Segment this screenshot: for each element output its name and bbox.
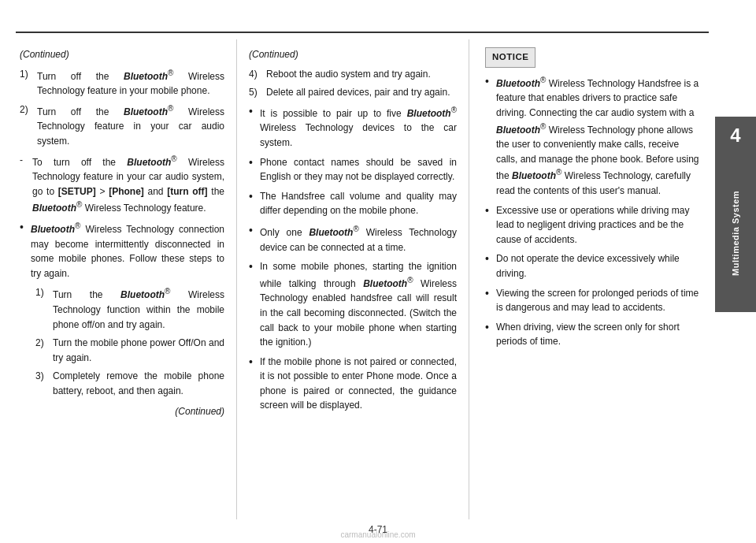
middle-bullet-symbol-3: • (249, 189, 257, 203)
middle-column: (Continued) 4) Reboot the audio system a… (236, 39, 469, 519)
middle-bullet-3: • The Handsfree call volume and quality … (249, 189, 457, 218)
right-bullet-text-4: Viewing the screen for prolonged periods… (496, 286, 701, 315)
right-bullet-text-1: Bluetooth® Wireless Technology Handsfree… (496, 74, 701, 199)
right-column: NOTICE • Bluetooth® Wireless Technology … (469, 39, 709, 519)
left-item-2: 2) Turn off the Bluetooth® Wireless Tech… (20, 102, 224, 149)
notice-content: • Bluetooth® Wireless Technology Handsfr… (485, 74, 701, 349)
left-indented-group: 1) Turn the Bluetooth® Wireless Technolo… (20, 285, 224, 398)
right-bullet-symbol-1: • (485, 74, 493, 88)
right-bullet-text-2: Excessive use or operations while drivin… (496, 203, 701, 247)
middle-text-4: Reboot the audio system and try again. (266, 67, 457, 82)
middle-bullet-symbol-2: • (249, 155, 257, 169)
middle-bullet-text-5: In some mobile phones, starting the igni… (260, 259, 457, 350)
middle-bullet-5: • In some mobile phones, starting the ig… (249, 259, 457, 350)
right-bullet-4: • Viewing the screen for prolonged perio… (485, 286, 701, 315)
left-sub-text-3: Completely remove the mobile phone batte… (53, 369, 224, 398)
middle-num-5: 5) (249, 85, 263, 100)
right-bullet-5: • When driving, view the screen only for… (485, 320, 701, 349)
middle-bullet-text-3: The Handsfree call volume and quality ma… (260, 189, 457, 218)
left-continued: (Continued) (20, 47, 224, 62)
middle-bullet-1: • It is possible to pair up to five Blue… (249, 104, 457, 151)
left-sub-num-1: 1) (35, 285, 50, 332)
left-text-1: Turn off the Bluetooth® Wireless Technol… (37, 67, 224, 99)
main-container: (Continued) 1) Turn off the Bluetooth® W… (16, 39, 709, 519)
middle-item-4: 4) Reboot the audio system and try again… (249, 67, 457, 82)
left-item-1: 1) Turn off the Bluetooth® Wireless Tech… (20, 67, 224, 99)
middle-bullet-text-1: It is possible to pair up to five Blueto… (260, 104, 457, 151)
middle-bullet-symbol-1: • (249, 104, 257, 118)
left-sub-text-2: Turn the mobile phone power Off/On and t… (53, 336, 224, 365)
right-bullet-text-5: When driving, view the screen only for s… (496, 320, 701, 349)
middle-bullet-symbol-5: • (249, 259, 257, 273)
middle-text-5: Delete all paired devices, pair and try … (266, 85, 457, 100)
left-bullet-symbol-1: • (20, 220, 28, 234)
left-sub-text-1: Turn the Bluetooth® Wireless Technology … (53, 285, 224, 332)
side-tab-label: Multimedia System (715, 154, 756, 312)
middle-continued: (Continued) (249, 47, 457, 62)
left-sub-item-3: 3) Completely remove the mobile phone ba… (35, 369, 224, 398)
notice-box: NOTICE (485, 47, 536, 68)
left-bullet-text-1: Bluetooth® Wireless Technology connectio… (31, 220, 224, 281)
left-sub-item-2: 2) Turn the mobile phone power Off/On an… (35, 336, 224, 365)
top-border (16, 32, 709, 33)
middle-bullet-symbol-6: • (249, 355, 257, 369)
left-dash: - (20, 153, 29, 216)
left-sub-num-3: 3) (35, 369, 50, 398)
right-bullet-symbol-2: • (485, 203, 493, 218)
right-bullet-text-3: Do not operate the device excessively wh… (496, 251, 701, 281)
tab-number: 4 (715, 117, 756, 154)
left-num-2: 2) (20, 102, 34, 149)
middle-bullet-6: • If the mobile phone is not paired or c… (249, 355, 457, 413)
middle-item-5: 5) Delete all paired devices, pair and t… (249, 85, 457, 100)
left-num-1: 1) (20, 67, 34, 99)
right-bullet-symbol-5: • (485, 320, 493, 334)
right-bullet-symbol-3: • (485, 251, 493, 266)
middle-bullet-text-2: Phone contact names should be saved in E… (260, 155, 457, 184)
middle-bullet-2: • Phone contact names should be saved in… (249, 155, 457, 184)
middle-bullet-symbol-4: • (249, 223, 257, 237)
notice-label: NOTICE (492, 52, 528, 61)
side-tab-text: Multimedia System (731, 191, 740, 276)
left-bottom-continued: (Continued) (20, 404, 224, 419)
middle-bullet-text-4: Only one Bluetooth® Wireless Technology … (260, 223, 457, 255)
right-bullet-1: • Bluetooth® Wireless Technology Handsfr… (485, 74, 701, 199)
right-bullet-2: • Excessive use or operations while driv… (485, 203, 701, 247)
left-dash-item: - To turn off the Bluetooth® Wireless Te… (20, 153, 224, 216)
tab-number-text: 4 (730, 125, 740, 147)
left-dash-text: To turn off the Bluetooth® Wireless Tech… (32, 153, 224, 216)
left-sub-item-1: 1) Turn the Bluetooth® Wireless Technolo… (35, 285, 224, 332)
right-bullet-3: • Do not operate the device excessively … (485, 251, 701, 281)
left-text-2: Turn off the Bluetooth® Wireless Technol… (37, 102, 224, 149)
middle-bullet-4: • Only one Bluetooth® Wireless Technolog… (249, 223, 457, 255)
right-bullet-symbol-4: • (485, 286, 493, 300)
middle-bullet-text-6: If the mobile phone is not paired or con… (260, 355, 457, 413)
left-bullet-1: • Bluetooth® Wireless Technology connect… (20, 220, 224, 281)
watermark: carmanualonline.com (340, 530, 415, 539)
middle-num-4: 4) (249, 67, 263, 82)
left-sub-num-2: 2) (35, 336, 50, 365)
left-column: (Continued) 1) Turn off the Bluetooth® W… (16, 39, 236, 519)
